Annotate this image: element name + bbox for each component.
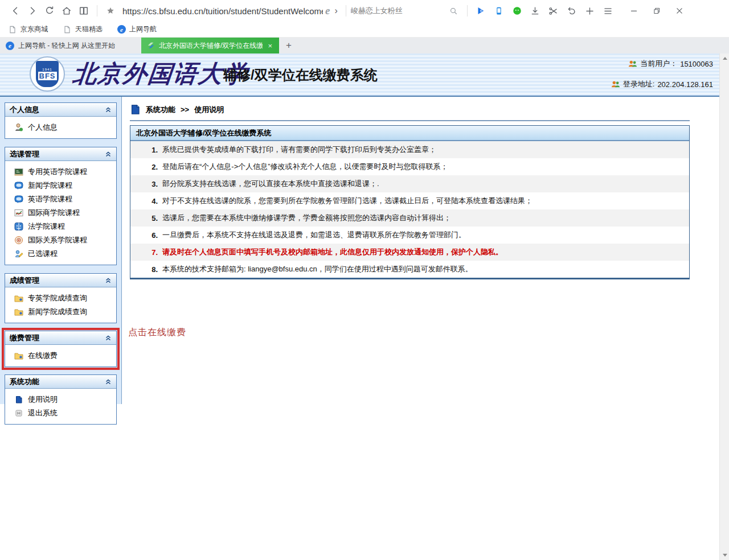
wechat-icon[interactable] xyxy=(509,2,526,19)
window-controls xyxy=(622,2,691,19)
sidebar-item-english-school-courses[interactable]: 英语学院课程 xyxy=(5,192,116,206)
page-scrollbar[interactable] xyxy=(719,53,729,560)
notice-number: 8. xyxy=(146,265,158,274)
bookmark-jd[interactable]: 京东商城 xyxy=(8,24,48,34)
scroll-up-arrow[interactable] xyxy=(720,53,729,63)
sidebar-item-international-relations-courses[interactable]: 国际关系学院课程 xyxy=(5,233,116,247)
download-icon[interactable] xyxy=(527,2,544,19)
exit-icon xyxy=(14,409,23,418)
search-icon[interactable] xyxy=(445,2,462,19)
refresh-icon[interactable] xyxy=(41,2,58,19)
new-tab-button[interactable]: + xyxy=(279,38,298,53)
search-box[interactable]: 峻赫恋上女粉丝 xyxy=(351,2,462,19)
back-icon[interactable] xyxy=(7,2,24,19)
undo-icon[interactable] xyxy=(563,2,580,19)
section-header-course-selection[interactable]: 选课管理 xyxy=(5,147,116,161)
screenshot-scissors-icon[interactable] xyxy=(545,2,562,19)
tab-close-icon[interactable]: × xyxy=(267,42,273,50)
sidebar-item-label: 退出系统 xyxy=(28,408,58,418)
blackboard-icon xyxy=(14,167,23,176)
sidebar-item-label: 使用说明 xyxy=(28,394,58,405)
notice-row: 4.对于不支持在线选课的院系，您需要到所在学院教务管理部门选课，选课截止日后，可… xyxy=(130,192,689,209)
sidebar-item-label: 法学院课程 xyxy=(28,221,65,232)
sidebar-item-business-school-courses[interactable]: 国际商学院课程 xyxy=(5,206,116,220)
bookmark-navigation[interactable]: e 上网导航 xyxy=(117,24,157,34)
e-browser-icon: e xyxy=(6,42,14,50)
sidebar-item-english-grades-query[interactable]: 专英学院成绩查询 xyxy=(5,291,116,305)
tab-navigation-home[interactable]: e 上网导航 - 轻快上网 从这里开始 xyxy=(0,38,141,53)
section-payment: 缴费管理 在线缴费 xyxy=(5,331,117,367)
site-header: 1941 BFS 北京外国语大学 辅修/双学位在线缴费系统 当前用户： 1510… xyxy=(0,53,729,97)
notice-number: 7. xyxy=(146,248,158,257)
section-header-payment[interactable]: 缴费管理 xyxy=(5,331,116,345)
bookmark-star-icon[interactable] xyxy=(102,2,119,19)
notice-number: 3. xyxy=(146,180,158,188)
url-text[interactable]: https://cs.bfsu.edu.cn/tuition/student/S… xyxy=(122,6,323,16)
url-expand-icon[interactable]: › xyxy=(331,6,341,16)
new-window-plus-icon[interactable] xyxy=(581,2,599,19)
ie-compat-icon[interactable]: e xyxy=(325,5,330,17)
chat-icon xyxy=(14,181,23,190)
sidebar-item-label: 已选课程 xyxy=(28,249,58,259)
sidebar-item-online-payment[interactable]: 在线缴费 xyxy=(5,349,116,363)
notice-text: 本系统的技术支持邮箱为: liangye@bfsu.edu.cn，同学们在使用过… xyxy=(162,264,473,274)
collapse-chevron-icon[interactable] xyxy=(105,151,112,158)
reader-mode-icon[interactable] xyxy=(75,2,92,19)
users-icon xyxy=(611,80,620,89)
finder-icon xyxy=(14,222,23,231)
forward-icon[interactable] xyxy=(24,2,41,19)
extension-area xyxy=(472,2,617,19)
close-button[interactable] xyxy=(668,2,691,19)
video-play-icon[interactable] xyxy=(472,2,489,19)
section-grades: 成绩管理 专英学院成绩查询 新闻学院成绩查询 xyxy=(5,273,117,323)
home-icon[interactable] xyxy=(58,2,75,19)
search-input[interactable]: 峻赫恋上女粉丝 xyxy=(351,6,445,16)
minimize-button[interactable] xyxy=(622,2,645,19)
sidebar: 个人信息 个人信息 选课管理 xyxy=(0,97,122,404)
address-bar[interactable]: https://cs.bfsu.edu.cn/tuition/student/S… xyxy=(102,2,341,19)
bookmark-label: 上网导航 xyxy=(129,24,157,34)
notice-row: 8.本系统的技术支持邮箱为: liangye@bfsu.edu.cn，同学们在使… xyxy=(130,261,689,278)
sidebar-item-journalism-courses[interactable]: 新闻学院课程 xyxy=(5,179,116,192)
university-logo-shield: 1941 BFS xyxy=(36,61,59,87)
sidebar-item-personal-info[interactable]: 个人信息 xyxy=(5,121,116,134)
restore-button[interactable] xyxy=(645,2,668,19)
scroll-down-arrow[interactable] xyxy=(720,550,729,560)
bookmark-tmall[interactable]: 天猫精选 xyxy=(63,24,103,34)
person-icon xyxy=(14,123,23,132)
login-address-value: 202.204.128.161 xyxy=(657,80,713,89)
breadcrumb-section[interactable]: 系统功能 xyxy=(146,105,175,115)
mobile-sync-icon[interactable] xyxy=(490,2,507,19)
instructions-panel: 北京外国语大学辅修/双学位在线缴费系统 1.系统已提供专英成绩单的下载打印，请有… xyxy=(130,125,690,279)
tab-bfsu-tuition[interactable]: 北京外国语大学辅修/双学位在线缴费 × xyxy=(141,38,279,53)
sidebar-item-label: 英语学院课程 xyxy=(28,194,72,204)
notice-number: 2. xyxy=(146,163,158,171)
section-course-selection: 选课管理 专用英语学院课程 新闻学院课程 xyxy=(5,147,117,265)
sidebar-item-law-school-courses[interactable]: 法学院课程 xyxy=(5,220,116,233)
breadcrumb-separator: >> xyxy=(181,105,189,114)
sidebar-item-english-college-courses[interactable]: 专用英语学院课程 xyxy=(5,165,116,179)
section-header-personal-info[interactable]: 个人信息 xyxy=(5,103,116,117)
notice-row-privacy-warning: 7.请及时在个人信息页面中填写手机号及校内邮箱地址，此信息仅用于校内发放通知使用… xyxy=(130,244,689,261)
sidebar-item-logout[interactable]: 退出系统 xyxy=(5,406,116,420)
section-header-grades[interactable]: 成绩管理 xyxy=(5,274,116,287)
sidebar-item-journalism-grades-query[interactable]: 新闻学院成绩查询 xyxy=(5,305,116,319)
sidebar-item-instructions[interactable]: 使用说明 xyxy=(5,393,116,406)
collapse-chevron-icon[interactable] xyxy=(105,277,112,284)
notice-row: 1.系统已提供专英成绩单的下载打印，请有需要的同学下载打印后到专英办公室盖章； xyxy=(130,141,689,158)
current-user-label: 当前用户： xyxy=(640,59,677,69)
bookmark-label: 京东商城 xyxy=(21,24,48,34)
folder-icon xyxy=(14,307,23,316)
menu-icon[interactable] xyxy=(600,2,617,19)
section-header-system[interactable]: 系统功能 xyxy=(5,375,116,389)
panel-title: 北京外国语大学辅修/双学位在线缴费系统 xyxy=(130,126,689,141)
collapse-chevron-icon[interactable] xyxy=(105,335,112,341)
breadcrumb: 系统功能 >> 使用说明 xyxy=(130,104,690,115)
notice-row: 3.部分院系支持在线选课，您可以直接在本系统中直接选课和退课；. xyxy=(130,175,689,192)
collapse-chevron-icon[interactable] xyxy=(105,106,112,113)
logo-abbr: BFS xyxy=(38,72,57,80)
section-title: 个人信息 xyxy=(10,105,39,115)
collapse-chevron-icon[interactable] xyxy=(105,378,112,385)
sidebar-item-selected-courses[interactable]: 已选课程 xyxy=(5,247,116,261)
sidebar-item-label: 国际商学院课程 xyxy=(28,208,80,218)
